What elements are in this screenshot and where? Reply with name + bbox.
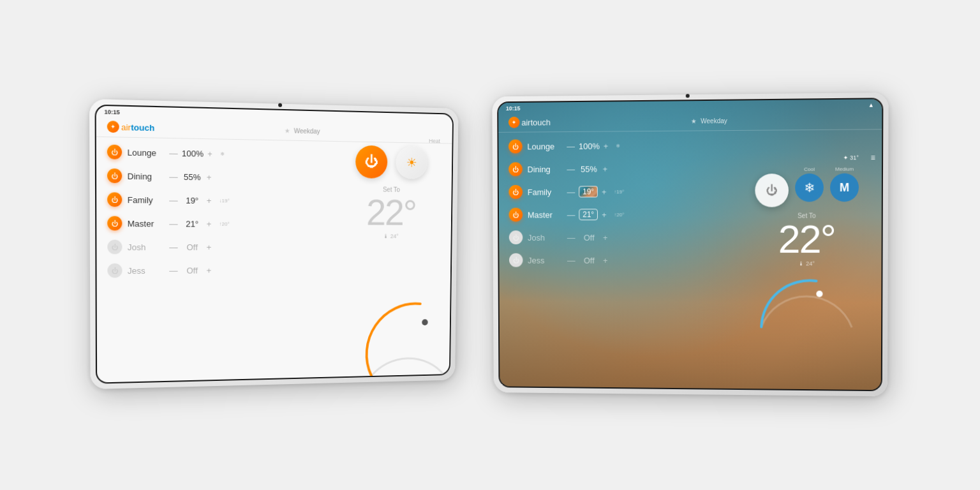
zone-name-josh-left: Josh <box>128 242 164 251</box>
plus-dining-left[interactable]: + <box>207 173 212 181</box>
minus-jess-right[interactable]: — <box>567 256 575 264</box>
zone-name-master-right: Master <box>528 210 562 219</box>
power-btn-family-right[interactable]: ⏻ <box>509 185 523 199</box>
minus-master-right[interactable]: — <box>567 211 575 219</box>
power-btn-josh-right[interactable]: ⏻ <box>509 230 523 244</box>
plus-josh-left[interactable]: + <box>207 242 212 251</box>
mode-labels-right: Cool Medium <box>755 166 859 172</box>
main-content-left: ⏻ Lounge — 100% + ❄ <box>96 137 452 285</box>
snowflake-icon-right: ❄ <box>804 180 815 195</box>
zone-name-family-left: Family <box>128 195 164 205</box>
zone-controls-master-left: — 21° + <box>169 219 211 229</box>
zone-name-dining-left: Dining <box>128 171 164 181</box>
plus-jess-left[interactable]: + <box>207 266 212 274</box>
plus-master-left[interactable]: + <box>207 219 212 228</box>
zone-value-lounge-right: 100% <box>579 141 600 151</box>
zone-name-lounge-right: Lounge <box>527 142 561 151</box>
plus-josh-right[interactable]: + <box>603 234 608 242</box>
zone-value-josh-right: Off <box>579 233 599 242</box>
power-icon-dining-left: ⏻ <box>111 172 118 180</box>
power-btn-jess-left[interactable]: ⏻ <box>107 264 122 278</box>
minus-master-left[interactable]: — <box>169 219 177 228</box>
zone-controls-master-right: — 21° + <box>567 209 607 220</box>
zone-value-master-right: 21° <box>579 209 598 220</box>
zone-name-dining-right: Dining <box>528 164 562 174</box>
power-icon-master-right: ⏻ <box>512 211 519 218</box>
screen-right: 10:15 ▲ ✦ airtouch ★ Weekda <box>498 99 882 390</box>
sun-btn-left[interactable]: ☀ <box>396 146 427 179</box>
zone-sub-master-right: ↑20° <box>614 212 624 218</box>
plus-jess-right[interactable]: + <box>603 256 608 264</box>
power-btn-main-right[interactable]: ⏻ <box>755 174 789 207</box>
set-to-section-right: Set To 22° 🌡 24° <box>778 212 835 267</box>
zone-name-jess-right: Jess <box>528 255 562 265</box>
zone-name-master-left: Master <box>128 218 164 228</box>
zone-name-lounge-left: Lounge <box>128 147 164 158</box>
logo-circle-left: ✦ <box>107 121 119 133</box>
power-btn-master-right[interactable]: ⏻ <box>509 208 523 222</box>
zone-controls-josh-left: — Off + <box>169 242 211 251</box>
top-badges-right: ✦ 31° ≡ <box>843 153 875 163</box>
header-center-right: ★ Weekday <box>551 115 872 125</box>
svg-point-0 <box>422 319 427 325</box>
power-icon-jess-right: ⏻ <box>513 256 519 264</box>
power-btn-lounge-left[interactable]: ⏻ <box>107 145 122 160</box>
zone-sub-lounge-right: ❄ <box>616 143 620 149</box>
gauge-svg-left <box>359 288 452 383</box>
power-icon-dining-right: ⏻ <box>512 166 519 173</box>
sun-icon-left: ☀ <box>406 155 417 170</box>
snowflake-btn-right[interactable]: ❄ <box>795 174 824 202</box>
minus-jess-left[interactable]: — <box>169 266 177 274</box>
power-btn-dining-left[interactable]: ⏻ <box>107 168 122 183</box>
time-right: 10:15 <box>506 105 521 112</box>
plus-family-left[interactable]: + <box>207 196 212 204</box>
plus-dining-right[interactable]: + <box>603 165 608 173</box>
power-btn-dining-right[interactable]: ⏻ <box>509 162 523 176</box>
power-btn-josh-left[interactable]: ⏻ <box>107 240 122 255</box>
zone-name-josh-right: Josh <box>528 233 562 242</box>
minus-family-left[interactable]: — <box>169 196 177 204</box>
power-main-icon-right: ⏻ <box>766 184 778 197</box>
zone-value-master-left: 21° <box>182 219 203 228</box>
thermostat-panel-right: ✦ 31° ≡ Cool Medium <box>739 148 875 275</box>
minus-dining-right[interactable]: — <box>567 165 575 173</box>
power-btn-jess-right[interactable]: ⏻ <box>509 253 523 267</box>
minus-dining-left[interactable]: — <box>169 172 177 181</box>
power-btn-main-left[interactable]: ⏻ <box>355 145 387 179</box>
heat-label-left: Heat <box>429 138 440 144</box>
zone-value-jess-left: Off <box>182 265 203 275</box>
zone-sub-family-left: ↓19° <box>219 198 230 204</box>
camera-left <box>278 103 282 107</box>
temp-badge-right: ✦ 31° <box>843 154 859 161</box>
logo-circle-icon: ✦ <box>110 123 115 130</box>
zone-controls-dining-left: — 55% + <box>169 172 211 182</box>
star-icon-right: ★ <box>691 117 697 124</box>
menu-icon-right[interactable]: ≡ <box>871 153 875 162</box>
logo-right: ✦ airtouch <box>509 116 551 128</box>
zone-name-jess-left: Jess <box>128 265 164 276</box>
plus-lounge-left[interactable]: + <box>207 149 212 158</box>
power-btn-master-left[interactable]: ⏻ <box>107 216 122 231</box>
m-icon-right: M <box>840 181 849 194</box>
plus-master-right[interactable]: + <box>602 211 607 219</box>
power-icon-family-right: ⏻ <box>512 188 519 195</box>
minus-josh-left[interactable]: — <box>169 242 177 251</box>
thermometer-sub-right: 🌡 24° <box>778 260 835 267</box>
screen-white: 10:15 ✦ airtouch ★ Weekday <box>96 106 452 383</box>
zone-value-lounge-left: 100% <box>182 148 204 158</box>
medium-btn-right[interactable]: M <box>830 174 859 202</box>
temp-display-left: 22° <box>366 194 416 230</box>
time-left: 10:15 <box>104 108 119 115</box>
plus-lounge-right[interactable]: + <box>604 142 609 150</box>
minus-lounge-right[interactable]: — <box>567 142 575 150</box>
power-main-icon-left: ⏻ <box>365 154 378 170</box>
plus-family-right[interactable]: + <box>602 188 607 196</box>
gauge-svg-right <box>755 269 858 334</box>
minus-lounge-left[interactable]: — <box>169 149 177 158</box>
minus-family-right[interactable]: — <box>567 188 575 196</box>
power-icon-lounge-left: ⏻ <box>111 148 118 156</box>
minus-josh-right[interactable]: — <box>567 234 575 242</box>
power-btn-lounge-right[interactable]: ⏻ <box>509 140 523 154</box>
power-btn-family-left[interactable]: ⏻ <box>107 192 122 207</box>
zone-sub-lounge-left: ❄ <box>220 151 225 156</box>
